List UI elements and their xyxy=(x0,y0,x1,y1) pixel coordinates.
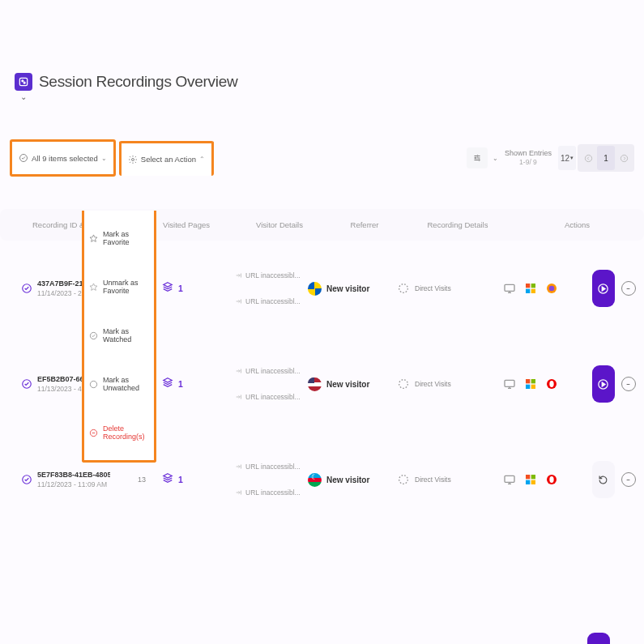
select-action-label: Select an Action xyxy=(141,155,196,164)
opera-icon xyxy=(545,377,558,390)
col-referrer[interactable]: Referrer xyxy=(324,220,405,229)
menu-delete-recordings[interactable]: Delete Recording(s) xyxy=(84,408,154,457)
menu-mark-watched[interactable]: Mark as Watched xyxy=(84,311,154,360)
svg-point-24 xyxy=(399,380,408,389)
arrow-enter-icon xyxy=(235,367,243,375)
desktop-icon xyxy=(503,473,516,486)
svg-rect-17 xyxy=(531,284,535,288)
svg-rect-36 xyxy=(526,475,530,479)
visited-url[interactable]: URL inaccessibl... xyxy=(235,393,308,401)
svg-rect-16 xyxy=(526,284,530,288)
svg-point-41 xyxy=(549,476,553,483)
col-visitor-details[interactable]: Visitor Details xyxy=(235,220,324,229)
settings-button[interactable] xyxy=(467,147,488,168)
svg-point-5 xyxy=(477,156,479,157)
dashed-circle-icon xyxy=(397,473,410,486)
svg-rect-29 xyxy=(531,385,535,389)
play-button[interactable] xyxy=(592,270,615,307)
desktop-icon xyxy=(503,282,516,295)
next-page-button[interactable] xyxy=(615,146,633,170)
arrow-enter-icon xyxy=(235,393,243,401)
svg-point-8 xyxy=(585,155,591,161)
replay-button[interactable] xyxy=(592,461,615,498)
visitor-label[interactable]: New visitor xyxy=(326,284,369,293)
windows-icon xyxy=(524,473,537,486)
visited-page-count: 1 xyxy=(178,475,183,484)
recording-id[interactable]: 5E7F83B8-41EB-4805 xyxy=(37,471,110,479)
page-number[interactable]: 1 xyxy=(597,146,615,170)
per-page-select[interactable]: 12▾ xyxy=(558,146,576,170)
svg-point-6 xyxy=(475,157,476,159)
dashed-circle-icon xyxy=(397,377,410,390)
flag-icon xyxy=(308,473,322,487)
circle-icon xyxy=(89,380,98,389)
check-circle-icon xyxy=(89,331,98,340)
svg-point-21 xyxy=(549,286,555,292)
windows-icon xyxy=(524,282,537,295)
menu-mark-favorite[interactable]: Mark as Favorite xyxy=(84,214,154,262)
svg-rect-0 xyxy=(19,78,27,85)
delete-circle-icon xyxy=(89,429,98,437)
svg-rect-28 xyxy=(526,385,530,389)
flag-icon xyxy=(308,282,322,296)
referrer-label: Direct Visits xyxy=(415,476,451,484)
referrer-label: Direct Visits xyxy=(415,284,451,292)
desktop-icon xyxy=(503,377,516,390)
visited-url[interactable]: URL inaccessibl... xyxy=(235,463,308,471)
menu-unmark-favorite[interactable]: Unmark as Favorite xyxy=(84,262,154,311)
svg-point-14 xyxy=(399,284,408,293)
minus-button[interactable] xyxy=(621,377,636,391)
flag-icon xyxy=(308,377,322,391)
minus-button[interactable] xyxy=(621,281,636,296)
chevron-down-icon: ⌄ xyxy=(101,155,107,162)
svg-point-2 xyxy=(23,82,25,83)
visitor-label[interactable]: New visitor xyxy=(326,380,369,389)
visitor-label[interactable]: New visitor xyxy=(326,476,369,484)
minus-button[interactable] xyxy=(621,472,636,487)
check-circle-icon[interactable] xyxy=(21,474,32,485)
svg-rect-38 xyxy=(526,480,530,484)
app-icon[interactable]: ⌄ xyxy=(15,73,32,91)
svg-rect-18 xyxy=(526,289,530,293)
star-icon xyxy=(89,234,98,243)
visited-url[interactable]: URL inaccessibl... xyxy=(235,271,308,279)
visited-url[interactable]: URL inaccessibl... xyxy=(235,367,308,375)
col-recording-details[interactable]: Recording Details xyxy=(405,220,510,229)
items-selected-label: All 9 items selected xyxy=(32,154,98,163)
play-button[interactable] xyxy=(592,365,615,403)
prev-page-button[interactable] xyxy=(579,146,597,170)
svg-point-9 xyxy=(621,155,627,161)
visited-page-count: 1 xyxy=(178,379,183,389)
svg-rect-19 xyxy=(531,289,535,293)
layers-icon xyxy=(162,377,173,391)
svg-rect-25 xyxy=(505,380,514,386)
chevron-down-icon[interactable]: ⌄ xyxy=(15,92,32,101)
svg-rect-27 xyxy=(531,379,535,383)
svg-point-11 xyxy=(90,381,96,387)
check-circle-icon[interactable] xyxy=(21,283,32,294)
next-row-play-peek[interactable] xyxy=(587,633,610,644)
menu-mark-unwatched[interactable]: Mark as Unwatched xyxy=(84,360,154,408)
firefox-icon xyxy=(545,282,558,295)
svg-point-31 xyxy=(549,381,553,387)
layers-icon xyxy=(162,472,173,487)
svg-rect-37 xyxy=(531,475,535,479)
items-selected-dropdown[interactable]: All 9 items selected ⌄ xyxy=(12,142,113,174)
check-circle-icon xyxy=(19,153,28,163)
shown-entries: Shown Entries 1-9/ 9 xyxy=(505,148,552,168)
opera-icon xyxy=(545,473,558,486)
arrow-enter-icon xyxy=(235,297,243,305)
col-actions: Actions xyxy=(510,220,644,229)
svg-point-7 xyxy=(479,160,480,161)
arrow-enter-icon xyxy=(235,463,243,471)
gear-icon xyxy=(128,155,138,164)
star-outline-icon xyxy=(89,283,98,292)
referrer-label: Direct Visits xyxy=(415,380,451,388)
select-action-dropdown[interactable]: Select an Action ⌃ xyxy=(122,143,211,176)
check-circle-icon[interactable] xyxy=(21,378,32,390)
settings-chevron-icon[interactable]: ⌄ xyxy=(493,155,498,162)
chevron-up-icon: ⌃ xyxy=(199,156,205,163)
action-dropdown-menu: Mark as Favorite Unmark as Favorite Mark… xyxy=(82,211,156,463)
visited-url[interactable]: URL inaccessibl... xyxy=(235,488,308,497)
visited-url[interactable]: URL inaccessibl... xyxy=(235,297,308,305)
